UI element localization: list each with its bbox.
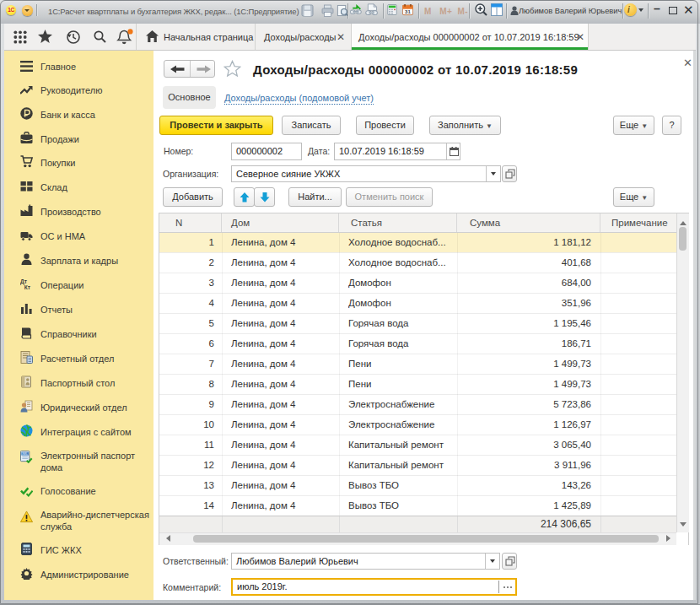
svg-text:31: 31: [405, 8, 411, 14]
svg-text:XML: XML: [22, 452, 28, 456]
svg-text:Кт: Кт: [24, 284, 31, 290]
